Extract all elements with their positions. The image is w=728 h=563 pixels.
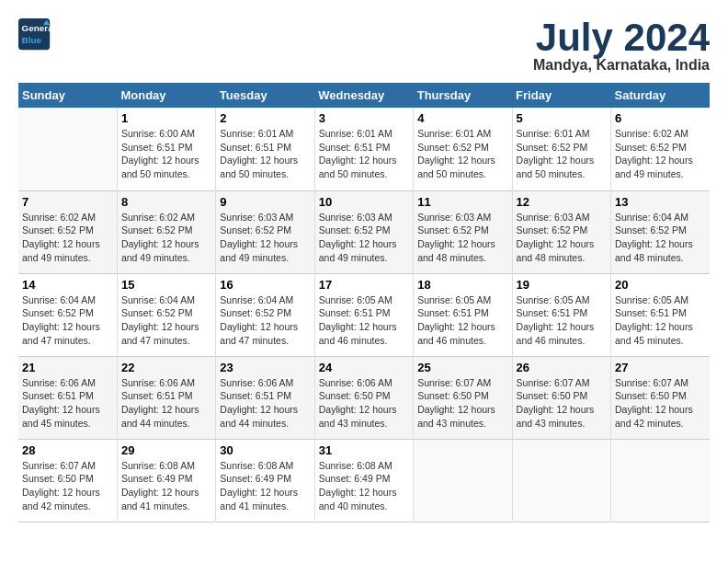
day-info: Sunrise: 6:04 AMSunset: 6:52 PMDaylight:…	[121, 293, 211, 348]
calendar-cell: 12Sunrise: 6:03 AMSunset: 6:52 PMDayligh…	[512, 190, 610, 273]
day-number: 24	[319, 361, 409, 374]
weekday-header: Friday	[512, 83, 610, 108]
day-number: 8	[121, 195, 211, 209]
day-number: 16	[220, 278, 310, 292]
day-info: Sunrise: 6:05 AMSunset: 6:51 PMDaylight:…	[517, 293, 607, 348]
day-number: 28	[22, 443, 113, 457]
calendar-cell: 8Sunrise: 6:02 AMSunset: 6:52 PMDaylight…	[117, 190, 215, 273]
day-info: Sunrise: 6:01 AMSunset: 6:51 PMDaylight:…	[319, 127, 409, 181]
day-info: Sunrise: 6:02 AMSunset: 6:52 PMDaylight:…	[615, 127, 706, 181]
calendar-table: SundayMondayTuesdayWednesdayThursdayFrid…	[18, 83, 710, 523]
calendar-cell: 5Sunrise: 6:01 AMSunset: 6:52 PMDaylight…	[512, 108, 610, 190]
day-info: Sunrise: 6:07 AMSunset: 6:50 PMDaylight:…	[417, 376, 507, 431]
day-number: 7	[22, 195, 113, 209]
calendar-cell: 31Sunrise: 6:08 AMSunset: 6:49 PMDayligh…	[314, 439, 413, 522]
day-info: Sunrise: 6:03 AMSunset: 6:52 PMDaylight:…	[417, 211, 507, 265]
day-info: Sunrise: 6:01 AMSunset: 6:52 PMDaylight:…	[517, 127, 607, 181]
day-info: Sunrise: 6:02 AMSunset: 6:52 PMDaylight:…	[22, 211, 113, 265]
day-info: Sunrise: 6:04 AMSunset: 6:52 PMDaylight:…	[615, 211, 706, 265]
calendar-cell: 30Sunrise: 6:08 AMSunset: 6:49 PMDayligh…	[216, 439, 314, 522]
weekday-header: Wednesday	[314, 83, 413, 108]
day-number: 4	[417, 111, 507, 125]
calendar-week-row: 7Sunrise: 6:02 AMSunset: 6:52 PMDaylight…	[18, 190, 710, 273]
day-number: 11	[417, 195, 507, 209]
calendar-cell: 3Sunrise: 6:01 AMSunset: 6:51 PMDaylight…	[314, 108, 413, 190]
calendar-cell: 23Sunrise: 6:06 AMSunset: 6:51 PMDayligh…	[216, 356, 314, 439]
day-info: Sunrise: 6:05 AMSunset: 6:51 PMDaylight:…	[417, 293, 507, 348]
calendar-cell	[512, 439, 610, 522]
day-number: 18	[417, 278, 507, 292]
day-info: Sunrise: 6:04 AMSunset: 6:52 PMDaylight:…	[22, 293, 113, 348]
day-number: 27	[615, 361, 706, 374]
page-header: General Blue July 2024 Mandya, Karnataka…	[18, 18, 710, 74]
day-number: 3	[319, 111, 409, 125]
day-number: 31	[319, 443, 409, 457]
weekday-header: Tuesday	[216, 83, 314, 108]
calendar-cell: 28Sunrise: 6:07 AMSunset: 6:50 PMDayligh…	[18, 439, 117, 522]
calendar-cell: 14Sunrise: 6:04 AMSunset: 6:52 PMDayligh…	[18, 273, 117, 356]
day-info: Sunrise: 6:03 AMSunset: 6:52 PMDaylight:…	[319, 211, 409, 265]
calendar-cell: 2Sunrise: 6:01 AMSunset: 6:51 PMDaylight…	[216, 108, 314, 190]
calendar-cell: 4Sunrise: 6:01 AMSunset: 6:52 PMDaylight…	[414, 108, 512, 190]
svg-text:Blue: Blue	[22, 35, 42, 45]
day-number: 19	[517, 278, 607, 292]
calendar-cell: 22Sunrise: 6:06 AMSunset: 6:51 PMDayligh…	[117, 356, 215, 439]
calendar-cell: 18Sunrise: 6:05 AMSunset: 6:51 PMDayligh…	[414, 273, 512, 356]
day-info: Sunrise: 6:03 AMSunset: 6:52 PMDaylight:…	[517, 211, 607, 265]
calendar-cell: 26Sunrise: 6:07 AMSunset: 6:50 PMDayligh…	[512, 356, 610, 439]
calendar-cell: 6Sunrise: 6:02 AMSunset: 6:52 PMDaylight…	[611, 108, 710, 190]
calendar-cell: 24Sunrise: 6:06 AMSunset: 6:50 PMDayligh…	[314, 356, 413, 439]
calendar-week-row: 14Sunrise: 6:04 AMSunset: 6:52 PMDayligh…	[18, 273, 710, 356]
day-number: 30	[220, 443, 310, 457]
day-info: Sunrise: 6:05 AMSunset: 6:51 PMDaylight:…	[319, 293, 409, 348]
day-number: 14	[22, 278, 113, 292]
day-info: Sunrise: 6:07 AMSunset: 6:50 PMDaylight:…	[615, 376, 706, 431]
day-number: 29	[121, 443, 211, 457]
calendar-cell: 9Sunrise: 6:03 AMSunset: 6:52 PMDaylight…	[216, 190, 314, 273]
day-number: 17	[319, 278, 409, 292]
day-info: Sunrise: 6:08 AMSunset: 6:49 PMDaylight:…	[220, 459, 310, 513]
day-info: Sunrise: 6:05 AMSunset: 6:51 PMDaylight:…	[615, 293, 706, 348]
day-info: Sunrise: 6:02 AMSunset: 6:52 PMDaylight:…	[121, 211, 211, 265]
weekday-header: Sunday	[18, 83, 117, 108]
day-number: 21	[22, 361, 113, 374]
day-info: Sunrise: 6:01 AMSunset: 6:51 PMDaylight:…	[220, 127, 310, 181]
title-block: July 2024 Mandya, Karnataka, India	[533, 18, 710, 74]
calendar-week-row: 1Sunrise: 6:00 AMSunset: 6:51 PMDaylight…	[18, 108, 710, 190]
day-number: 10	[319, 195, 409, 209]
day-number: 13	[615, 195, 706, 209]
logo-icon: General Blue	[18, 18, 51, 52]
day-info: Sunrise: 6:07 AMSunset: 6:50 PMDaylight:…	[517, 376, 607, 431]
day-info: Sunrise: 6:07 AMSunset: 6:50 PMDaylight:…	[22, 459, 113, 513]
calendar-cell: 1Sunrise: 6:00 AMSunset: 6:51 PMDaylight…	[117, 108, 215, 190]
day-number: 2	[220, 111, 310, 125]
weekday-header: Saturday	[611, 83, 710, 108]
day-number: 9	[220, 195, 310, 209]
day-number: 20	[615, 278, 706, 292]
day-number: 1	[121, 111, 211, 125]
calendar-cell: 15Sunrise: 6:04 AMSunset: 6:52 PMDayligh…	[117, 273, 215, 356]
month-title: July 2024	[533, 18, 710, 57]
location: Mandya, Karnataka, India	[533, 57, 710, 74]
logo: General Blue	[18, 18, 51, 52]
day-number: 26	[517, 361, 607, 374]
calendar-cell: 13Sunrise: 6:04 AMSunset: 6:52 PMDayligh…	[611, 190, 710, 273]
day-info: Sunrise: 6:06 AMSunset: 6:50 PMDaylight:…	[319, 376, 409, 431]
day-info: Sunrise: 6:00 AMSunset: 6:51 PMDaylight:…	[121, 127, 211, 181]
weekday-header: Thursday	[414, 83, 512, 108]
calendar-week-row: 21Sunrise: 6:06 AMSunset: 6:51 PMDayligh…	[18, 356, 710, 439]
calendar-cell: 27Sunrise: 6:07 AMSunset: 6:50 PMDayligh…	[611, 356, 710, 439]
day-number: 15	[121, 278, 211, 292]
calendar-cell	[18, 108, 117, 190]
day-info: Sunrise: 6:03 AMSunset: 6:52 PMDaylight:…	[220, 211, 310, 265]
day-info: Sunrise: 6:04 AMSunset: 6:52 PMDaylight:…	[220, 293, 310, 348]
day-info: Sunrise: 6:06 AMSunset: 6:51 PMDaylight:…	[220, 376, 310, 431]
weekday-header: Monday	[117, 83, 215, 108]
calendar-cell	[611, 439, 710, 522]
day-info: Sunrise: 6:06 AMSunset: 6:51 PMDaylight:…	[121, 376, 211, 431]
calendar-cell: 20Sunrise: 6:05 AMSunset: 6:51 PMDayligh…	[611, 273, 710, 356]
calendar-cell: 10Sunrise: 6:03 AMSunset: 6:52 PMDayligh…	[314, 190, 413, 273]
calendar-cell: 17Sunrise: 6:05 AMSunset: 6:51 PMDayligh…	[314, 273, 413, 356]
day-number: 12	[517, 195, 607, 209]
day-number: 6	[615, 111, 706, 125]
